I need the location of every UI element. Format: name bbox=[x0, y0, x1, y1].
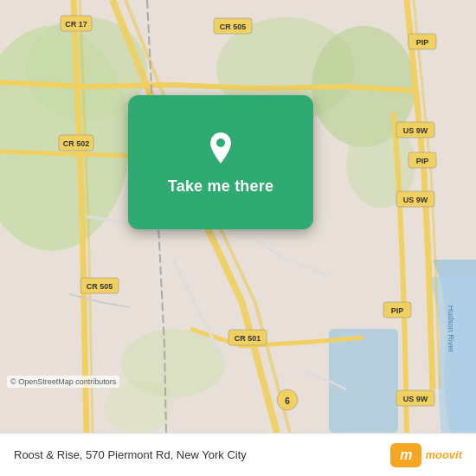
svg-point-35 bbox=[216, 138, 225, 147]
action-card: Take me there bbox=[128, 95, 313, 229]
svg-text:US 9W: US 9W bbox=[403, 196, 428, 204]
svg-text:US 9W: US 9W bbox=[403, 126, 428, 135]
svg-text:CR 505: CR 505 bbox=[87, 282, 113, 291]
moovit-brand-text: moovit bbox=[425, 448, 462, 461]
svg-rect-7 bbox=[329, 329, 398, 433]
moovit-logo: m moovit bbox=[390, 443, 462, 467]
bottom-bar: Roost & Rise, 570 Piermont Rd, New York … bbox=[0, 433, 476, 476]
svg-text:PIP: PIP bbox=[391, 306, 404, 315]
svg-text:6: 6 bbox=[285, 396, 290, 406]
location-pin-icon bbox=[202, 129, 240, 167]
moovit-icon: m bbox=[390, 443, 421, 467]
svg-text:CR 505: CR 505 bbox=[220, 23, 247, 31]
svg-text:CR 501: CR 501 bbox=[235, 334, 261, 343]
take-me-there-button[interactable]: Take me there bbox=[168, 177, 273, 196]
svg-text:CR 502: CR 502 bbox=[63, 139, 90, 148]
address-label: Roost & Rise, 570 Piermont Rd, New York … bbox=[14, 448, 247, 461]
svg-text:PIP: PIP bbox=[416, 157, 429, 165]
svg-text:PIP: PIP bbox=[416, 38, 429, 47]
svg-point-9 bbox=[104, 381, 173, 433]
svg-text:Hudson River: Hudson River bbox=[447, 306, 455, 353]
svg-text:CR 17: CR 17 bbox=[65, 20, 87, 29]
map-attribution: © OpenStreetMap contributors bbox=[7, 376, 119, 388]
svg-text:US 9W: US 9W bbox=[403, 395, 428, 403]
map-container: CR 17 CR 502 CR 505 CR 505 CR 501 PIP PI… bbox=[0, 0, 476, 433]
